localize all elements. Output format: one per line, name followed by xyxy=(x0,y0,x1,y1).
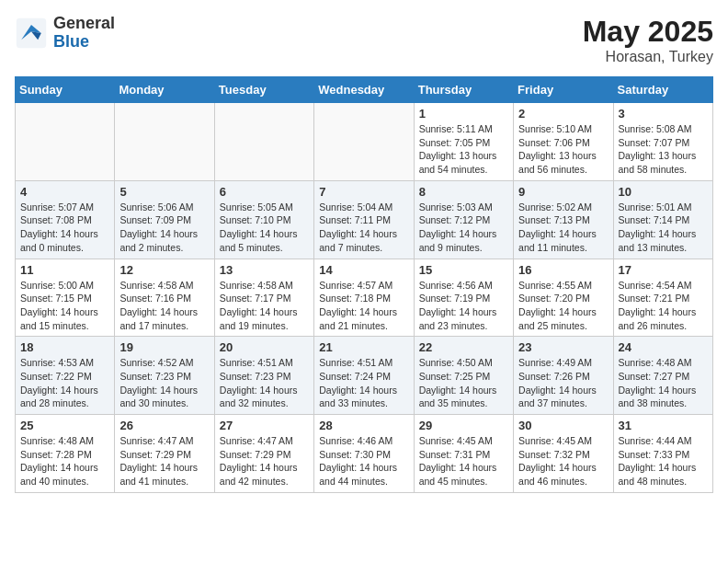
day-number: 5 xyxy=(119,185,209,199)
page-header: General Blue May 2025 Horasan, Turkey xyxy=(15,15,713,65)
day-info: Sunrise: 4:53 AMSunset: 7:22 PMDaylight:… xyxy=(20,356,109,410)
week-row-4: 18Sunrise: 4:53 AMSunset: 7:22 PMDayligh… xyxy=(16,337,713,415)
day-info: Sunrise: 4:45 AMSunset: 7:31 PMDaylight:… xyxy=(419,434,508,488)
day-number: 15 xyxy=(419,263,508,277)
calendar-cell: 20Sunrise: 4:51 AMSunset: 7:23 PMDayligh… xyxy=(214,337,313,415)
day-number: 19 xyxy=(119,340,209,354)
calendar-cell: 23Sunrise: 4:49 AMSunset: 7:26 PMDayligh… xyxy=(514,337,613,415)
weekday-header-tuesday: Tuesday xyxy=(214,77,313,103)
calendar-cell: 2Sunrise: 5:10 AMSunset: 7:06 PMDaylight… xyxy=(514,103,613,181)
calendar-cell: 25Sunrise: 4:48 AMSunset: 7:28 PMDayligh… xyxy=(16,415,115,493)
day-number: 20 xyxy=(220,340,309,354)
calendar-cell: 4Sunrise: 5:07 AMSunset: 7:08 PMDaylight… xyxy=(16,180,115,259)
calendar-cell: 3Sunrise: 5:08 AMSunset: 7:07 PMDaylight… xyxy=(613,103,712,181)
calendar-cell: 16Sunrise: 4:55 AMSunset: 7:20 PMDayligh… xyxy=(514,259,613,337)
location: Horasan, Turkey xyxy=(583,49,713,65)
day-info: Sunrise: 4:57 AMSunset: 7:18 PMDaylight:… xyxy=(319,279,408,333)
day-info: Sunrise: 4:49 AMSunset: 7:26 PMDaylight:… xyxy=(518,356,608,410)
calendar-cell: 30Sunrise: 4:45 AMSunset: 7:32 PMDayligh… xyxy=(514,415,613,493)
calendar-cell: 29Sunrise: 4:45 AMSunset: 7:31 PMDayligh… xyxy=(414,415,513,493)
day-info: Sunrise: 4:52 AMSunset: 7:23 PMDaylight:… xyxy=(119,356,209,410)
weekday-header-wednesday: Wednesday xyxy=(314,77,414,103)
week-row-5: 25Sunrise: 4:48 AMSunset: 7:28 PMDayligh… xyxy=(16,415,713,493)
day-number: 11 xyxy=(20,263,109,277)
day-number: 12 xyxy=(119,263,209,277)
day-number: 24 xyxy=(619,340,708,354)
calendar-cell: 15Sunrise: 4:56 AMSunset: 7:19 PMDayligh… xyxy=(414,259,513,337)
day-info: Sunrise: 4:51 AMSunset: 7:23 PMDaylight:… xyxy=(220,356,309,410)
day-info: Sunrise: 5:06 AMSunset: 7:09 PMDaylight:… xyxy=(119,201,209,255)
day-info: Sunrise: 4:48 AMSunset: 7:28 PMDaylight:… xyxy=(20,434,109,488)
weekday-header-monday: Monday xyxy=(115,77,214,103)
calendar-cell: 10Sunrise: 5:01 AMSunset: 7:14 PMDayligh… xyxy=(613,180,712,259)
calendar-cell: 1Sunrise: 5:11 AMSunset: 7:05 PMDaylight… xyxy=(414,103,513,181)
calendar-cell: 5Sunrise: 5:06 AMSunset: 7:09 PMDaylight… xyxy=(115,180,214,259)
calendar-cell: 8Sunrise: 5:03 AMSunset: 7:12 PMDaylight… xyxy=(414,180,513,259)
weekday-header-row: SundayMondayTuesdayWednesdayThursdayFrid… xyxy=(16,77,713,103)
day-info: Sunrise: 4:44 AMSunset: 7:33 PMDaylight:… xyxy=(619,434,708,488)
calendar-cell: 28Sunrise: 4:46 AMSunset: 7:30 PMDayligh… xyxy=(314,415,414,493)
title-block: May 2025 Horasan, Turkey xyxy=(583,15,713,65)
calendar-cell: 18Sunrise: 4:53 AMSunset: 7:22 PMDayligh… xyxy=(16,337,115,415)
calendar-cell: 19Sunrise: 4:52 AMSunset: 7:23 PMDayligh… xyxy=(115,337,214,415)
day-info: Sunrise: 4:51 AMSunset: 7:24 PMDaylight:… xyxy=(319,356,408,410)
week-row-3: 11Sunrise: 5:00 AMSunset: 7:15 PMDayligh… xyxy=(16,259,713,337)
day-number: 21 xyxy=(319,340,408,354)
weekday-header-sunday: Sunday xyxy=(16,77,115,103)
day-info: Sunrise: 4:55 AMSunset: 7:20 PMDaylight:… xyxy=(518,279,608,333)
calendar-cell: 17Sunrise: 4:54 AMSunset: 7:21 PMDayligh… xyxy=(613,259,712,337)
calendar-cell xyxy=(115,103,214,181)
day-number: 6 xyxy=(220,185,309,199)
day-number: 8 xyxy=(419,185,508,199)
day-info: Sunrise: 5:11 AMSunset: 7:05 PMDaylight:… xyxy=(419,122,508,177)
day-info: Sunrise: 4:47 AMSunset: 7:29 PMDaylight:… xyxy=(220,434,309,488)
calendar-cell xyxy=(314,103,414,181)
day-info: Sunrise: 4:47 AMSunset: 7:29 PMDaylight:… xyxy=(119,434,209,488)
weekday-header-friday: Friday xyxy=(514,77,613,103)
day-info: Sunrise: 5:10 AMSunset: 7:06 PMDaylight:… xyxy=(518,122,608,177)
month-year: May 2025 xyxy=(583,15,713,49)
week-row-1: 1Sunrise: 5:11 AMSunset: 7:05 PMDaylight… xyxy=(16,103,713,181)
day-info: Sunrise: 4:58 AMSunset: 7:16 PMDaylight:… xyxy=(119,279,209,333)
logo-icon xyxy=(15,17,48,50)
calendar-cell: 9Sunrise: 5:02 AMSunset: 7:13 PMDaylight… xyxy=(514,180,613,259)
day-number: 10 xyxy=(619,185,708,199)
day-info: Sunrise: 4:50 AMSunset: 7:25 PMDaylight:… xyxy=(419,356,508,410)
calendar-cell: 6Sunrise: 5:05 AMSunset: 7:10 PMDaylight… xyxy=(214,180,313,259)
day-number: 4 xyxy=(20,185,109,199)
day-number: 27 xyxy=(220,419,309,432)
calendar-cell: 24Sunrise: 4:48 AMSunset: 7:27 PMDayligh… xyxy=(613,337,712,415)
day-number: 29 xyxy=(419,419,508,432)
calendar-cell: 7Sunrise: 5:04 AMSunset: 7:11 PMDaylight… xyxy=(314,180,414,259)
day-number: 13 xyxy=(220,263,309,277)
calendar-cell: 12Sunrise: 4:58 AMSunset: 7:16 PMDayligh… xyxy=(115,259,214,337)
day-info: Sunrise: 4:54 AMSunset: 7:21 PMDaylight:… xyxy=(619,279,708,333)
calendar-cell: 11Sunrise: 5:00 AMSunset: 7:15 PMDayligh… xyxy=(16,259,115,337)
calendar-cell: 26Sunrise: 4:47 AMSunset: 7:29 PMDayligh… xyxy=(115,415,214,493)
day-info: Sunrise: 4:46 AMSunset: 7:30 PMDaylight:… xyxy=(319,434,408,488)
calendar-cell xyxy=(214,103,313,181)
day-info: Sunrise: 5:04 AMSunset: 7:11 PMDaylight:… xyxy=(319,201,408,255)
day-number: 16 xyxy=(518,263,608,277)
day-number: 30 xyxy=(518,419,608,432)
day-number: 17 xyxy=(619,263,708,277)
day-number: 23 xyxy=(518,340,608,354)
day-info: Sunrise: 5:07 AMSunset: 7:08 PMDaylight:… xyxy=(20,201,109,255)
day-number: 14 xyxy=(319,263,408,277)
day-number: 25 xyxy=(20,419,109,432)
weekday-header-saturday: Saturday xyxy=(613,77,712,103)
svg-rect-0 xyxy=(17,18,46,48)
day-info: Sunrise: 4:45 AMSunset: 7:32 PMDaylight:… xyxy=(518,434,608,488)
day-number: 7 xyxy=(319,185,408,199)
calendar-cell: 27Sunrise: 4:47 AMSunset: 7:29 PMDayligh… xyxy=(214,415,313,493)
calendar-cell: 31Sunrise: 4:44 AMSunset: 7:33 PMDayligh… xyxy=(613,415,712,493)
calendar-table: SundayMondayTuesdayWednesdayThursdayFrid… xyxy=(15,76,713,493)
day-number: 22 xyxy=(419,340,508,354)
weekday-header-thursday: Thursday xyxy=(414,77,513,103)
day-number: 9 xyxy=(518,185,608,199)
day-info: Sunrise: 4:48 AMSunset: 7:27 PMDaylight:… xyxy=(619,356,708,410)
calendar-cell: 13Sunrise: 4:58 AMSunset: 7:17 PMDayligh… xyxy=(214,259,313,337)
day-number: 1 xyxy=(419,107,508,121)
calendar-cell xyxy=(16,103,115,181)
week-row-2: 4Sunrise: 5:07 AMSunset: 7:08 PMDaylight… xyxy=(16,180,713,259)
